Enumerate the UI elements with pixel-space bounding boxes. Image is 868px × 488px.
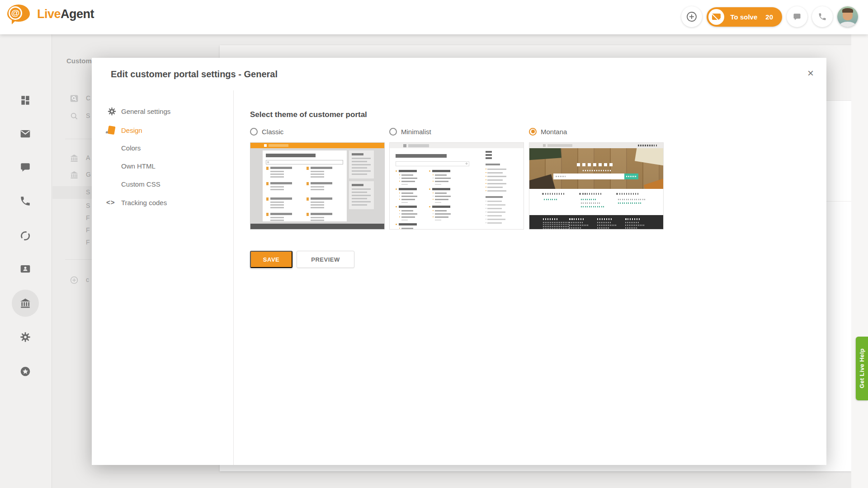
decor: [569, 227, 581, 229]
montana-theme-thumbnail[interactable]: [529, 142, 664, 230]
decor: [399, 228, 400, 229]
decor: [408, 144, 429, 147]
contacts-icon[interactable]: [19, 263, 31, 275]
decor: [543, 144, 546, 147]
decor: [401, 210, 413, 211]
decor: [399, 188, 417, 190]
gear-icon: [107, 107, 117, 116]
nav-item-own-html[interactable]: Own HTML: [92, 160, 233, 173]
decor: [307, 167, 309, 170]
phone-button[interactable]: [812, 6, 833, 27]
decor: [311, 204, 324, 206]
minimalist-theme-thumbnail[interactable]: [389, 142, 524, 230]
chat-button[interactable]: [787, 6, 807, 27]
decor: [352, 161, 367, 162]
decor: [433, 210, 434, 211]
decor: [433, 174, 434, 175]
decor: [597, 227, 609, 229]
decor: [399, 206, 417, 208]
decor: [435, 220, 441, 221]
decor: [618, 199, 646, 200]
decor: [352, 195, 371, 196]
decor: [270, 176, 284, 178]
decor: [529, 174, 555, 189]
nav-item-design[interactable]: Design: [92, 124, 233, 137]
montana-radio-label: Montana: [541, 128, 567, 136]
decor: [486, 211, 486, 212]
page-right-gutter: [851, 34, 868, 488]
decor: [403, 144, 406, 147]
decor: [487, 179, 503, 181]
classic-theme-thumbnail[interactable]: [250, 142, 385, 230]
dashboard-icon[interactable]: [19, 94, 31, 106]
decor: [582, 163, 585, 166]
theme-option-montana: Montana: [529, 127, 664, 136]
mail-icon[interactable]: [19, 128, 31, 140]
decor: [486, 154, 492, 156]
nav-item-custom-css[interactable]: Custom CSS: [92, 178, 233, 191]
decor: [396, 206, 397, 207]
background-panel-title: Custom: [66, 57, 92, 65]
decor: [581, 199, 596, 200]
to-solve-badge[interactable]: To solve 20: [707, 7, 782, 27]
decor: [542, 193, 544, 195]
decor: [352, 167, 367, 169]
decor: [433, 181, 434, 182]
decor: [270, 189, 284, 190]
nav-item-colors[interactable]: Colors: [92, 141, 233, 155]
save-button[interactable]: SAVE: [250, 251, 292, 268]
phone-icon[interactable]: [19, 195, 31, 207]
decor: [270, 207, 284, 208]
decor: [429, 206, 430, 207]
decor: [311, 213, 332, 215]
sync-icon[interactable]: [19, 230, 31, 242]
decor: [401, 181, 415, 182]
decor: [543, 224, 569, 225]
liveagent-logo[interactable]: @ LiveAgent: [7, 4, 94, 24]
decor: [435, 216, 448, 218]
nav-item-general-settings[interactable]: General settings: [92, 105, 233, 118]
decor: [266, 167, 269, 170]
decor: [635, 148, 663, 166]
close-icon[interactable]: ×: [804, 67, 817, 80]
decor: [622, 145, 635, 146]
get-live-help-tab[interactable]: Get Live Help: [856, 337, 868, 400]
nav-item-tracking-codes[interactable]: <> Tracking codes: [92, 196, 233, 210]
search-icon: [70, 112, 79, 121]
decor: [270, 213, 292, 215]
montana-radio-row[interactable]: Montana: [529, 127, 664, 136]
minimalist-radio[interactable]: [389, 128, 397, 136]
decor: [487, 176, 506, 177]
classic-radio[interactable]: [250, 128, 258, 136]
decor: [435, 202, 441, 203]
customer-portal-icon[interactable]: [19, 297, 31, 309]
decor: [487, 187, 503, 188]
decor: [349, 181, 374, 209]
classic-radio-row[interactable]: Classic: [250, 127, 385, 136]
mail-icon: [708, 9, 724, 25]
minimalist-radio-row[interactable]: Minimalist: [389, 127, 524, 136]
settings-gear-icon[interactable]: [19, 331, 31, 343]
user-avatar[interactable]: [837, 6, 858, 27]
decor: [311, 171, 324, 172]
decor: [401, 228, 413, 229]
decor: [311, 176, 324, 178]
decor: [269, 144, 288, 147]
decor: [569, 225, 589, 226]
decor: [311, 220, 324, 221]
decor: [399, 210, 400, 211]
star-icon[interactable]: [19, 366, 31, 377]
decor: [401, 174, 413, 176]
decor: [352, 192, 367, 193]
plus-circle-icon: [686, 11, 697, 22]
chat-icon[interactable]: [19, 161, 31, 173]
preview-button[interactable]: PREVIEW: [297, 251, 354, 268]
decor: [396, 224, 397, 225]
decor: [311, 182, 332, 184]
code-icon: <>: [106, 198, 115, 206]
decor: [543, 228, 569, 230]
montana-radio[interactable]: [529, 128, 537, 136]
decor: [604, 163, 607, 166]
add-button[interactable]: [681, 6, 702, 27]
classic-radio-label: Classic: [262, 128, 283, 136]
